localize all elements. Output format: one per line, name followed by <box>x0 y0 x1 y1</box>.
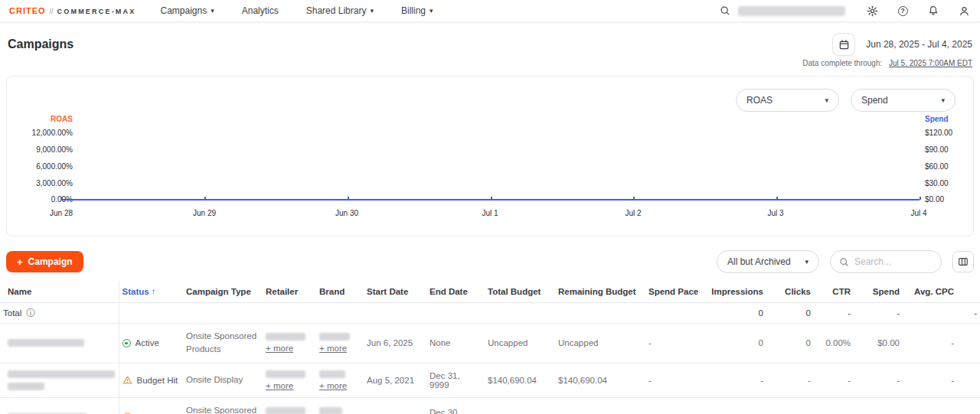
retailer-more-link[interactable]: + more <box>266 381 293 390</box>
left-metric-value: ROAS <box>746 95 773 106</box>
gear-icon[interactable] <box>865 4 879 18</box>
search-icon[interactable] <box>718 4 732 18</box>
table-header-row: Name Status ↑ Campaign Type Retailer Bra… <box>0 281 980 303</box>
left-metric-select[interactable]: ROAS ▾ <box>736 89 839 112</box>
column-header-name[interactable]: Name <box>0 281 119 303</box>
total-row: Total ⓘ 0 0 - - - <box>0 303 980 324</box>
brand-more-link[interactable]: + more <box>319 381 347 390</box>
nav-analytics-label: Analytics <box>242 5 279 16</box>
retailer-more-link[interactable]: + more <box>266 344 293 353</box>
right-axis-tick: $30.00 <box>925 179 949 187</box>
status-filter-select[interactable]: All but Archived ▾ <box>717 250 819 273</box>
total-ctr: - <box>814 303 854 324</box>
performance-chart-card: ROAS ▾ Spend ▾ ROAS Spend 12,000.00% 9,0… <box>6 76 974 236</box>
status-header-label: Status <box>122 287 149 296</box>
left-axis-tick: 12,000.00% <box>7 129 73 137</box>
cell-spend: $0.00 <box>854 324 903 363</box>
total-label-cell: Total ⓘ <box>0 303 119 324</box>
brand-logo-primary: CRITEO <box>9 6 46 15</box>
cell-end-date: None <box>426 324 485 363</box>
sort-asc-icon: ↑ <box>152 287 156 296</box>
calendar-icon[interactable] <box>832 33 855 56</box>
brand-logo-separator: // <box>50 8 54 15</box>
left-axis-tick: 3,000.00% <box>7 179 73 187</box>
column-header-spend[interactable]: Spend <box>854 281 903 303</box>
column-header-retailer[interactable]: Retailer <box>263 281 316 303</box>
table-row: Scheduled Onsite Sponsored Products + mo… <box>0 397 980 414</box>
left-axis-tick: 9,000.00% <box>7 145 73 154</box>
topbar: CRITEO // COMMERCE-MAX Campaigns ▾ Analy… <box>0 0 980 22</box>
topbar-right: ? <box>718 4 971 18</box>
cell-name <box>0 363 119 397</box>
column-header-ctr[interactable]: CTR <box>814 281 854 303</box>
cell-end-date: Dec 31, 9999 <box>426 363 485 397</box>
cell-spend-pace: - <box>645 324 707 363</box>
column-header-spend-pace[interactable]: Spend Pace <box>645 281 707 303</box>
cell-remaining-budget: Uncapped <box>555 324 645 363</box>
table-search <box>830 250 942 273</box>
data-point-tick <box>776 197 778 200</box>
nav-billing[interactable]: Billing ▾ <box>401 5 433 16</box>
add-campaign-button[interactable]: + Campaign <box>6 251 83 272</box>
cell-avg-cpc: - <box>903 363 980 397</box>
cell-remaining-budget: $1,280,000.00 <box>555 397 645 414</box>
x-axis-label: Jul 4 <box>910 209 926 217</box>
right-metric-select[interactable]: Spend ▾ <box>851 89 956 112</box>
cell-ctr: - <box>814 397 854 414</box>
cell-clicks: 0 <box>766 324 814 363</box>
redacted-campaign-name[interactable] <box>8 370 115 378</box>
x-axis-label: Jul 1 <box>482 209 498 217</box>
info-icon[interactable]: ⓘ <box>26 308 35 318</box>
column-header-impressions[interactable]: Impressions <box>707 281 766 303</box>
column-header-end-date[interactable]: End Date <box>426 281 485 303</box>
column-header-remaining-budget[interactable]: Remaining Budget <box>555 281 645 303</box>
left-axis-title: ROAS <box>7 115 73 123</box>
warning-status-icon <box>122 375 132 385</box>
cell-start-date: Aug 5, 2021 <box>364 363 426 397</box>
cell-status: Scheduled <box>119 397 183 414</box>
column-header-clicks[interactable]: Clicks <box>766 281 814 303</box>
total-impressions: 0 <box>707 303 766 324</box>
column-header-start-date[interactable]: Start Date <box>364 281 426 303</box>
global-search-input[interactable] <box>738 6 845 16</box>
main-nav: Campaigns ▾ Analytics Shared Library ▾ B… <box>160 5 433 16</box>
nav-shared-library[interactable]: Shared Library ▾ <box>306 5 374 16</box>
cell-total-budget: $140,690.04 <box>485 363 555 397</box>
table-search-input[interactable] <box>854 256 933 267</box>
nav-analytics[interactable]: Analytics <box>242 5 279 16</box>
cell-campaign-type: Onsite Sponsored Products <box>183 397 263 414</box>
brand-more-link[interactable]: + more <box>319 344 347 353</box>
date-range-picker: Jun 28, 2025 - Jul 4, 2025 <box>832 33 972 56</box>
column-header-brand[interactable]: Brand <box>316 281 364 303</box>
columns-settings-button[interactable] <box>952 251 974 272</box>
data-complete-link[interactable]: Jul 5, 2025 7:00AM EDT <box>889 59 972 67</box>
cell-start-date: Jun 6, 2025 <box>364 324 426 363</box>
column-header-status[interactable]: Status ↑ <box>119 281 183 303</box>
redacted-brand <box>319 333 350 341</box>
nav-campaigns[interactable]: Campaigns ▾ <box>160 5 214 16</box>
account-icon[interactable] <box>957 4 971 18</box>
table-toolbar: + Campaign All but Archived ▾ <box>6 250 974 273</box>
x-axis-label: Jun 29 <box>193 209 216 217</box>
right-axis-tick: $120.00 <box>925 129 952 137</box>
column-header-campaign-type[interactable]: Campaign Type <box>183 281 263 303</box>
status-label: Budget Hit <box>137 376 178 385</box>
data-point-tick <box>348 197 349 200</box>
cell-spend-pace: - <box>645 397 707 414</box>
data-point-tick <box>204 197 206 200</box>
cell-total-budget: Uncapped <box>485 324 555 363</box>
column-header-total-budget[interactable]: Total Budget <box>485 281 555 303</box>
bell-icon[interactable] <box>926 4 940 18</box>
cell-status: Active <box>119 324 183 363</box>
total-label: Total <box>3 308 21 318</box>
help-icon[interactable]: ? <box>896 4 910 18</box>
chevron-down-icon: ▾ <box>370 8 374 15</box>
active-status-icon <box>122 339 131 347</box>
brand-logo: CRITEO // COMMERCE-MAX <box>9 6 136 15</box>
data-complete-label: Data complete through: <box>802 59 882 67</box>
redacted-campaign-name[interactable] <box>8 339 84 347</box>
cell-brand: + more <box>316 397 364 414</box>
data-point-tick <box>920 197 921 200</box>
cell-total-budget: $1,280,000.00 <box>485 397 555 414</box>
column-header-avg-cpc[interactable]: Avg. CPC <box>903 281 980 303</box>
